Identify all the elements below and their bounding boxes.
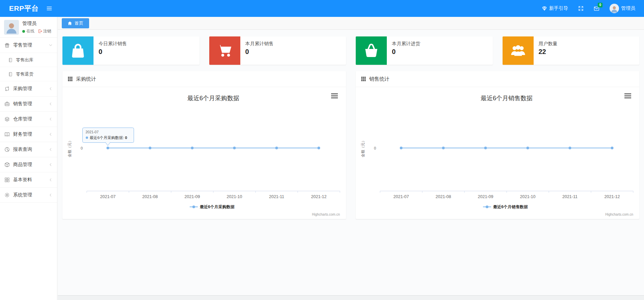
avatar (4, 20, 19, 35)
sidebar-item-basic-data[interactable]: 基本资料 (0, 172, 57, 188)
messages-button[interactable]: 0 (594, 6, 599, 11)
app-logo[interactable]: ERP平台 (0, 4, 39, 13)
chart-panels-row: 采购统计 最近6个月采购数据金额（元）02021-072021-082021-0… (58, 65, 644, 219)
basket-icon (356, 36, 387, 65)
briefcase-icon (4, 101, 10, 107)
stat-card-month-sales[interactable]: 本月累计销售 0 (209, 36, 346, 65)
chart-context-menu-icon[interactable] (624, 94, 631, 98)
sales-chart: 最近6个月销售数据金额（元）02021-072021-082021-092021… (356, 87, 639, 218)
sidebar-item-goods[interactable]: 商品管理 (0, 157, 57, 172)
grid-icon (4, 177, 10, 183)
legend-item[interactable]: 最近6个月销售数据 (483, 204, 528, 209)
stat-label: 本月累计销售 (245, 41, 274, 47)
chevron-left-icon (49, 132, 53, 136)
grid-dots-icon (361, 76, 366, 82)
sidebar-item-reports[interactable]: 报表查询 (0, 142, 57, 157)
fullscreen-icon (578, 6, 584, 11)
layers-icon (4, 116, 10, 122)
data-point[interactable] (400, 147, 403, 149)
svg-text:2021-12: 2021-12 (311, 194, 327, 199)
logout-link[interactable]: 注销 (38, 28, 51, 34)
avatar (610, 4, 619, 13)
book-icon (4, 132, 10, 137)
stat-cards-row: 今日累计销售 0 本月累计销售 0 本月累计进货 0 用户数量 22 (58, 30, 644, 65)
chart-credits[interactable]: Highcharts.com.cn (605, 213, 633, 216)
svg-text:最近6个月采购数据: 0: 最近6个月采购数据: 0 (90, 136, 127, 140)
sidebar-item-retail-return[interactable]: 零售退货 (0, 67, 57, 81)
sidebar-user-panel: 管理员 在线 注销 (0, 17, 57, 37)
guide-link[interactable]: 新手引导 (542, 5, 568, 11)
panel-title: 采购统计 (76, 76, 96, 82)
sidebar-item-warehouse[interactable]: 仓库管理 (0, 112, 57, 127)
data-point[interactable] (191, 147, 194, 149)
sidebar-item-system[interactable]: 系统管理 (0, 188, 57, 203)
data-point[interactable] (149, 147, 152, 149)
chevron-left-icon (49, 87, 53, 91)
svg-text:0: 0 (374, 146, 376, 150)
svg-text:金额（元）: 金额（元） (361, 139, 365, 157)
data-point[interactable] (527, 147, 529, 149)
user-menu[interactable]: 管理员 (610, 4, 635, 13)
svg-text:0: 0 (81, 146, 83, 150)
svg-text:2021-11: 2021-11 (269, 194, 284, 199)
chart-context-menu-icon[interactable] (331, 94, 338, 98)
gear-icon (4, 192, 10, 198)
sidebar-item-finance[interactable]: 财务管理 (0, 127, 57, 142)
sidebar: 管理员 在线 注销 零售管理 零售出库 零售退货 (0, 17, 57, 300)
sidebar-item-retail[interactable]: 零售管理 (0, 38, 57, 53)
legend-item[interactable]: 最近6个月采购数据 (190, 204, 235, 209)
data-point[interactable] (611, 147, 614, 149)
stat-card-user-count[interactable]: 用户数量 22 (503, 36, 640, 65)
chevron-left-icon (49, 163, 53, 167)
chevron-left-icon (49, 117, 53, 121)
data-point[interactable] (275, 147, 278, 149)
stat-card-today-sales[interactable]: 今日累计销售 0 (62, 36, 199, 65)
online-status-dot (22, 30, 25, 33)
svg-text:最近6个月销售数据: 最近6个月销售数据 (481, 95, 533, 102)
data-point[interactable] (569, 147, 571, 149)
fullscreen-button[interactable] (578, 6, 584, 11)
breadcrumb-home-tab[interactable]: 首页 (62, 18, 89, 28)
sidebar-item-retail-outbound[interactable]: 零售出库 (0, 53, 57, 67)
stat-card-month-purchases[interactable]: 本月累计进货 0 (356, 36, 493, 65)
chevron-left-icon (49, 193, 53, 197)
data-point[interactable] (107, 147, 109, 149)
data-point[interactable] (442, 147, 445, 149)
sidebar-item-purchase[interactable]: 采购管理 (0, 81, 57, 97)
sidebar-toggle-icon[interactable] (46, 5, 52, 11)
sidebar-user-name: 管理员 (22, 21, 51, 27)
shopping-bag-icon (62, 36, 93, 65)
repeat-icon (4, 86, 10, 91)
purchase-stats-panel: 采购统计 最近6个月采购数据金额（元）02021-072021-082021-0… (62, 71, 346, 219)
guide-label: 新手引导 (549, 5, 568, 11)
sidebar-menu: 零售管理 零售出库 零售退货 采购管理 销售管理 仓库管理 财务管理 (0, 37, 57, 203)
chevron-down-icon (49, 43, 53, 47)
file-icon (8, 72, 13, 77)
svg-text:2021-10: 2021-10 (520, 194, 536, 199)
svg-text:2021-12: 2021-12 (605, 194, 620, 199)
svg-text:2021-11: 2021-11 (562, 194, 578, 199)
purchase-chart: 最近6个月采购数据金额（元）02021-072021-082021-092021… (62, 87, 346, 218)
svg-text:2021-07: 2021-07 (100, 194, 116, 199)
svg-text:2021-09: 2021-09 (185, 194, 200, 199)
chevron-left-icon (49, 178, 53, 182)
stat-label: 用户数量 (539, 41, 558, 47)
panel-title: 销售统计 (369, 76, 390, 82)
svg-text:2021-09: 2021-09 (478, 194, 493, 199)
grid-dots-icon (68, 76, 73, 82)
data-point[interactable] (233, 147, 236, 149)
data-point[interactable] (484, 147, 487, 149)
stat-value: 0 (99, 48, 127, 56)
svg-text:最近6个月采购数据: 最近6个月采购数据 (200, 204, 235, 209)
chart-credits[interactable]: Highcharts.com.cn (312, 213, 340, 216)
svg-text:最近6个月采购数据: 最近6个月采购数据 (187, 95, 239, 102)
user-name: 管理员 (621, 5, 635, 11)
stat-value: 0 (245, 48, 274, 56)
page-footer (58, 295, 644, 300)
sidebar-item-sales[interactable]: 销售管理 (0, 97, 57, 112)
sales-stats-panel: 销售统计 最近6个月销售数据金额（元）02021-072021-082021-0… (356, 71, 639, 219)
users-icon (503, 36, 534, 65)
data-point[interactable] (318, 147, 320, 149)
pie-chart-icon (4, 147, 10, 152)
box-icon (4, 162, 10, 167)
